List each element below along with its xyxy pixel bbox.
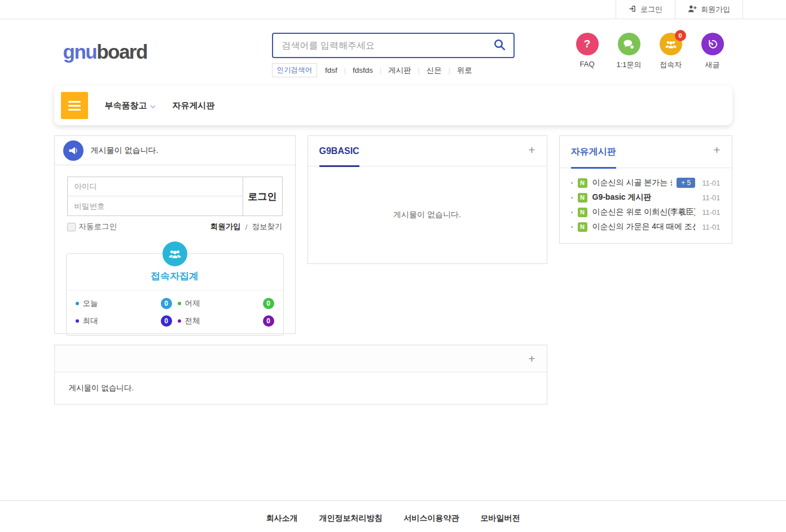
- register-link[interactable]: 회원가입: [675, 0, 743, 19]
- new-posts-button[interactable]: 새글: [697, 33, 728, 70]
- panel-header: +: [55, 345, 547, 372]
- search-button[interactable]: [489, 33, 511, 58]
- bullet-dot: [571, 197, 573, 199]
- stat-label: 전체: [185, 316, 200, 326]
- register-label: 회원가입: [701, 5, 730, 15]
- plus-more-button[interactable]: +: [713, 136, 720, 164]
- keyword-link[interactable]: 위로: [442, 65, 472, 76]
- post-title: 이순신의 시골 본가는 충청남도 아산시 염치면...: [592, 178, 673, 188]
- post-row[interactable]: N 이순신의 가문은 4대 때에 조선 왕조로 넘어... 11-01: [571, 219, 721, 234]
- faq-label: FAQ: [572, 60, 603, 68]
- bullet-dot: [571, 226, 573, 228]
- faq-button[interactable]: ? FAQ: [572, 33, 603, 70]
- post-list: N 이순신의 시골 본가는 충청남도 아산시 염치면... + 5 11-01 …: [560, 168, 732, 243]
- main-content: G9BASIC + 게시물이 없습니다. 자유게시판 + N 이순신의 시골 본…: [54, 135, 732, 405]
- visitors-count-badge: 0: [675, 30, 686, 41]
- new-posts-label: 새글: [697, 60, 728, 70]
- panel-title[interactable]: 자유게시판: [571, 136, 616, 168]
- hamburger-icon: [68, 101, 81, 103]
- dot-icon: [178, 302, 181, 305]
- new-post-icon: N: [578, 208, 587, 217]
- search-box: [272, 33, 515, 58]
- stat-max: 최대 0: [76, 315, 172, 327]
- chevron-down-icon: [150, 101, 156, 111]
- new-post-icon: N: [578, 222, 587, 232]
- plus-more-button[interactable]: +: [528, 353, 535, 364]
- panel-header: 자유게시판 +: [560, 136, 732, 168]
- keyword-link[interactable]: fdsfds: [337, 66, 373, 74]
- visitors-label: 접속자: [656, 60, 686, 70]
- find-info-link[interactable]: 정보찾기: [252, 222, 283, 232]
- latest-panel-free-board: 자유게시판 + N 이순신의 시골 본가는 충청남도 아산시 염치면... + …: [559, 135, 732, 244]
- nav-item-free-board[interactable]: 자유게시판: [173, 100, 215, 111]
- visitor-stats-title: 접속자집계: [67, 270, 283, 283]
- header: gnuboard 인기검색어 fdsf fdsfds 게시판 신은 위로 ? F…: [54, 19, 732, 86]
- keyword-link[interactable]: fdsf: [325, 66, 337, 74]
- comment-count-badge: + 5: [677, 178, 695, 188]
- bottom-empty-panel: + 게시물이 없습니다.: [54, 345, 547, 405]
- user-id-field[interactable]: [68, 177, 243, 196]
- logo-board: board: [96, 41, 147, 63]
- visitor-stats: 오늘 0 어제 0 최대 0 전체 0: [67, 290, 283, 335]
- login-label: 로그인: [640, 5, 662, 15]
- footer-link-privacy[interactable]: 개인정보처리방침: [319, 513, 383, 524]
- empty-message: 게시물이 없습니다.: [55, 372, 547, 404]
- footer-link-company[interactable]: 회사소개: [266, 513, 298, 524]
- new-post-icon: N: [578, 193, 587, 203]
- post-row[interactable]: N 이순신의 시골 본가는 충청남도 아산시 염치면... + 5 11-01: [571, 175, 721, 190]
- keyword-link[interactable]: 게시판: [373, 65, 411, 76]
- stat-total: 전체 0: [178, 315, 274, 327]
- login-submit-button[interactable]: 로그인: [243, 177, 282, 216]
- login-link[interactable]: 로그인: [616, 0, 675, 19]
- hamburger-menu-button[interactable]: [61, 92, 88, 119]
- auto-login-text: 자동로그인: [79, 222, 117, 232]
- users-icon: [163, 241, 187, 266]
- panel-header: G9BASIC +: [308, 136, 547, 166]
- footer-link-terms[interactable]: 서비스이용약관: [404, 513, 459, 524]
- search-area: 인기검색어 fdsf fdsfds 게시판 신은 위로: [272, 33, 515, 77]
- keyword-link[interactable]: 신은: [411, 65, 442, 76]
- post-title: 이순신의 가문은 4대 때에 조선 왕조로 넘어...: [592, 222, 696, 232]
- login-options: 자동로그인 회원가입 / 정보찾기: [67, 222, 283, 232]
- panel-title[interactable]: G9BASIC: [319, 136, 359, 166]
- plus-more-button[interactable]: +: [528, 136, 535, 164]
- post-date: 11-01: [695, 179, 720, 187]
- post-row[interactable]: N 이순신은 위로 이희신(李羲臣)·이요신(李堯臣... 11-01: [571, 205, 721, 219]
- separator: /: [245, 223, 248, 231]
- question-glyph: ?: [584, 38, 591, 50]
- inquiry-label: 1:1문의: [614, 60, 644, 70]
- stat-value-badge: 0: [263, 315, 274, 327]
- member-links: 회원가입 / 정보찾기: [210, 222, 283, 232]
- post-title: 이순신은 위로 이희신(李羲臣)·이요신(李堯臣...: [592, 207, 696, 217]
- stat-today: 오늘 0: [76, 298, 172, 309]
- history-icon: [701, 33, 724, 55]
- register-link-sidebar[interactable]: 회원가입: [210, 222, 241, 232]
- search-input[interactable]: [272, 33, 515, 58]
- footer-link-mobile[interactable]: 모바일버전: [481, 513, 520, 524]
- auto-login-checkbox[interactable]: [67, 223, 76, 231]
- notice-row: 게시물이 없습니다.: [55, 136, 295, 165]
- main-nav: 부속품창고 자유게시판: [54, 86, 732, 125]
- inquiry-button[interactable]: 1:1문의: [614, 33, 644, 70]
- search-icon: [493, 38, 506, 53]
- sidebar: 게시물이 없습니다. 로그인 자동로그인 회원가입 / 정보찾기: [54, 135, 296, 334]
- stat-value-badge: 0: [263, 298, 274, 309]
- post-title: G9-basic 게시판: [592, 192, 652, 203]
- stat-label: 최대: [83, 316, 98, 326]
- footer: 회사소개 개인정보처리방침 서비스이용약관 모바일버전 gnuboard Cop…: [0, 500, 786, 532]
- password-field[interactable]: [68, 196, 243, 216]
- post-date: 11-01: [695, 194, 720, 202]
- stat-value-badge: 0: [161, 315, 172, 327]
- visitors-button[interactable]: 0 접속자: [656, 33, 686, 70]
- nav-item-storage[interactable]: 부속품창고: [105, 100, 156, 111]
- visitor-stats-box: 접속자집계 오늘 0 어제 0 최대 0: [66, 253, 284, 336]
- auto-login-label[interactable]: 자동로그인: [67, 222, 117, 232]
- post-date: 11-01: [695, 208, 720, 217]
- post-date: 11-01: [695, 223, 720, 231]
- post-row[interactable]: N G9-basic 게시판 11-01: [571, 190, 721, 205]
- question-icon: ?: [576, 33, 599, 55]
- chat-icon: [618, 33, 640, 55]
- dot-icon: [76, 319, 79, 323]
- site-logo[interactable]: gnuboard: [63, 41, 147, 63]
- new-post-icon: N: [578, 178, 587, 188]
